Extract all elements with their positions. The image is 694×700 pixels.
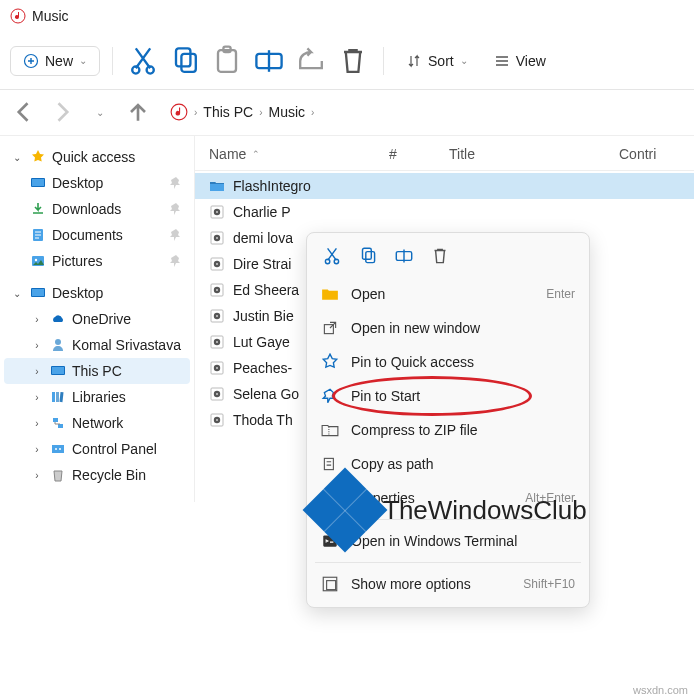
new-button[interactable]: New ⌄ — [10, 46, 100, 76]
sidebar-item-desktop[interactable]: Desktop — [4, 170, 190, 196]
rename-button[interactable] — [393, 245, 415, 267]
menu-open[interactable]: Open Enter — [307, 277, 589, 311]
svg-point-14 — [35, 259, 37, 261]
external-icon — [321, 319, 339, 337]
new-label: New — [45, 53, 73, 69]
libraries-icon — [50, 389, 66, 405]
sidebar-item-pictures[interactable]: Pictures — [4, 248, 190, 274]
menu-properties[interactable]: Properties Alt+Enter — [307, 481, 589, 515]
sidebar-item-user[interactable]: › Komal Srivastava — [4, 332, 190, 358]
view-label: View — [516, 53, 546, 69]
file-row[interactable]: FlashIntegro — [195, 173, 694, 199]
desktop-icon — [30, 285, 46, 301]
copy-button[interactable] — [167, 43, 203, 79]
svg-rect-4 — [176, 48, 190, 66]
svg-point-56 — [334, 259, 338, 263]
file-row[interactable]: Charlie P — [195, 199, 694, 225]
svg-point-26 — [55, 448, 57, 450]
svg-rect-61 — [324, 458, 333, 469]
context-menu-toolbar — [307, 239, 589, 277]
breadcrumb-music[interactable]: Music — [268, 104, 305, 120]
rename-button[interactable] — [251, 43, 287, 79]
chevron-down-icon[interactable]: ⌄ — [10, 288, 24, 299]
control-panel-icon — [50, 441, 66, 457]
menu-more-options[interactable]: Show more options Shift+F10 — [307, 567, 589, 601]
menu-label: Compress to ZIP file — [351, 422, 478, 438]
menu-terminal[interactable]: Open in Windows Terminal — [307, 524, 589, 558]
address-bar: ⌄ › This PC › Music › — [0, 90, 694, 135]
menu-pin-quick-access[interactable]: Pin to Quick access — [307, 345, 589, 379]
audio-icon — [209, 334, 225, 350]
music-app-icon — [10, 8, 26, 24]
toolbar: New ⌄ Sort ⌄ View — [0, 32, 694, 90]
sidebar-quick-access[interactable]: ⌄ Quick access — [4, 144, 190, 170]
delete-button[interactable] — [429, 245, 451, 267]
sidebar-item-network[interactable]: › Network — [4, 410, 190, 436]
sidebar-item-downloads[interactable]: Downloads — [4, 196, 190, 222]
chevron-right-icon[interactable]: › — [30, 444, 44, 455]
recent-button[interactable]: ⌄ — [86, 98, 114, 126]
menu-open-new-window[interactable]: Open in new window — [307, 311, 589, 345]
audio-icon — [209, 360, 225, 376]
sidebar-item-onedrive[interactable]: › OneDrive — [4, 306, 190, 332]
menu-pin-start[interactable]: Pin to Start — [307, 379, 589, 413]
sort-button[interactable]: Sort ⌄ — [396, 47, 478, 75]
copy-button[interactable] — [357, 245, 379, 267]
svg-point-17 — [55, 339, 61, 345]
sidebar-item-label: This PC — [72, 363, 122, 379]
paste-button[interactable] — [209, 43, 245, 79]
svg-point-42 — [216, 315, 218, 317]
chevron-right-icon[interactable]: › — [30, 418, 44, 429]
svg-point-55 — [325, 259, 329, 263]
menu-copy-path[interactable]: Copy as path — [307, 447, 589, 481]
sidebar-item-libraries[interactable]: › Libraries — [4, 384, 190, 410]
chevron-right-icon[interactable]: › — [311, 107, 314, 118]
separator — [112, 47, 113, 75]
chevron-right-icon[interactable]: › — [30, 392, 44, 403]
pc-icon — [50, 363, 66, 379]
cut-button[interactable] — [125, 43, 161, 79]
column-label: Name — [209, 146, 246, 162]
column-title[interactable]: Title — [449, 146, 599, 162]
breadcrumb-this-pc[interactable]: This PC — [203, 104, 253, 120]
chevron-down-icon[interactable]: ⌄ — [10, 152, 24, 163]
delete-button[interactable] — [335, 43, 371, 79]
svg-rect-21 — [56, 392, 59, 402]
chevron-right-icon[interactable]: › — [259, 107, 262, 118]
network-icon — [50, 415, 66, 431]
back-button[interactable] — [10, 98, 38, 126]
sidebar-item-recycle-bin[interactable]: › Recycle Bin — [4, 462, 190, 488]
sidebar-item-documents[interactable]: Documents — [4, 222, 190, 248]
cut-button[interactable] — [321, 245, 343, 267]
audio-icon — [209, 412, 225, 428]
menu-separator — [315, 562, 581, 563]
svg-point-30 — [216, 211, 218, 213]
share-button[interactable] — [293, 43, 329, 79]
chevron-right-icon[interactable]: › — [30, 366, 44, 377]
svg-rect-11 — [32, 179, 44, 186]
chevron-right-icon[interactable]: › — [30, 340, 44, 351]
svg-rect-64 — [323, 577, 337, 591]
sidebar-item-this-pc[interactable]: › This PC — [4, 358, 190, 384]
svg-point-3 — [147, 66, 154, 73]
sidebar: ⌄ Quick access Desktop Downloads Documen… — [0, 136, 195, 502]
view-button[interactable]: View — [484, 47, 556, 75]
chevron-right-icon[interactable]: › — [30, 470, 44, 481]
sidebar-desktop-root[interactable]: ⌄ Desktop — [4, 280, 190, 306]
column-name[interactable]: Name ⌃ — [209, 146, 369, 162]
forward-button[interactable] — [48, 98, 76, 126]
up-button[interactable] — [124, 98, 152, 126]
column-number[interactable]: # — [389, 146, 429, 162]
svg-rect-19 — [52, 367, 64, 374]
file-name: Selena Go — [233, 386, 299, 402]
menu-compress-zip[interactable]: Compress to ZIP file — [307, 413, 589, 447]
sidebar-item-label: Quick access — [52, 149, 135, 165]
sidebar-item-label: Downloads — [52, 201, 121, 217]
chevron-right-icon[interactable]: › — [30, 314, 44, 325]
menu-separator — [315, 519, 581, 520]
sidebar-item-control-panel[interactable]: › Control Panel — [4, 436, 190, 462]
menu-shortcut: Enter — [546, 287, 575, 301]
chevron-right-icon[interactable]: › — [194, 107, 197, 118]
copy-path-icon — [321, 455, 339, 473]
column-contrib[interactable]: Contri — [619, 146, 680, 162]
